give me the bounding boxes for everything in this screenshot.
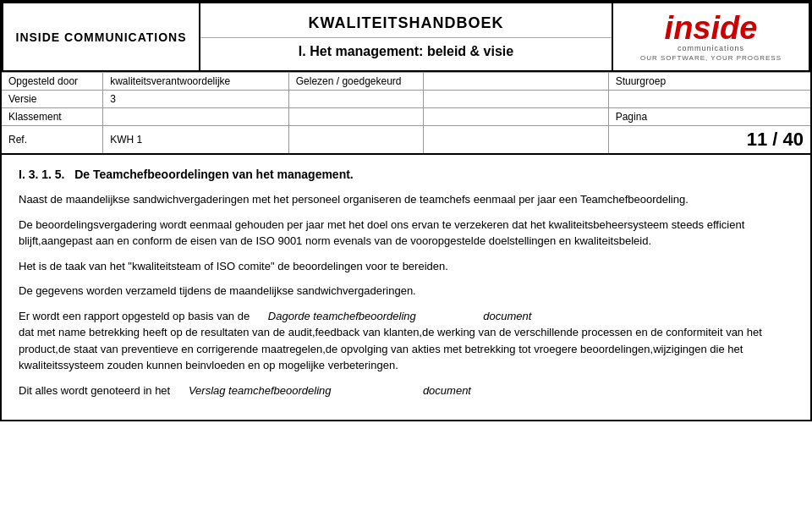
- meta-versie-label: Versie: [8, 93, 36, 105]
- meta-klassement-label: Klassement: [8, 111, 62, 123]
- section-heading: I. 3. 1. 5. De Teamchefbeoordelingen van…: [19, 168, 793, 181]
- paragraph-6-italic2: document: [423, 384, 471, 397]
- paragraph-5-pre: Er wordt een rapport opgesteld op basis …: [19, 310, 250, 322]
- paragraph-6: Dit alles wordt genoteerd in het Verslag…: [19, 382, 793, 399]
- paragraph-6-pre: Dit alles wordt genoteerd in het: [19, 384, 170, 397]
- meta-opgesteld-label: Opgesteld door: [8, 75, 78, 87]
- meta-pagina-label: Pagina: [616, 111, 647, 123]
- paragraph-5-italic2: document: [483, 310, 531, 322]
- meta-opgesteld-value: kwaliteitsverantwoordelijke: [110, 75, 230, 87]
- logo-secondary: communications: [678, 44, 744, 52]
- paragraph-2: De beoordelingsvergadering wordt eenmaal…: [19, 217, 793, 250]
- paragraph-4: De gegevens worden verzameld tijdens de …: [19, 283, 793, 300]
- logo-area: inside communications OUR SOFTWARE, YOUR…: [622, 12, 800, 62]
- header-table: INSIDE COMMUNICATIONS KWALITEITSHANDBOEK…: [2, 2, 810, 72]
- meta-versie-value: 3: [110, 93, 116, 105]
- paragraph-3: Het is de taak van het "kwaliteitsteam o…: [19, 258, 793, 275]
- content-area: I. 3. 1. 5. De Teamchefbeoordelingen van…: [2, 155, 810, 420]
- paragraph-5: Er wordt een rapport opgesteld op basis …: [19, 308, 793, 374]
- meta-pagina-num: 11 / 40: [747, 129, 804, 150]
- page-title: KWALITEITSHANDBOEK: [309, 14, 504, 31]
- page-subtitle: I. Het management: beleid & visie: [299, 44, 513, 58]
- paragraph-5-post: dat met name betrekking heeft op de resu…: [19, 326, 762, 371]
- section-id: I. 3. 1. 5.: [19, 168, 64, 181]
- logo-main: inside: [665, 10, 758, 46]
- section-title: De Teamchefbeoordelingen van het managem…: [74, 168, 354, 181]
- meta-table: Opgesteld door kwaliteitsverantwoordelij…: [2, 72, 810, 155]
- paragraph-6-italic: Verslag teamchefbeoordeling: [189, 384, 332, 397]
- company-name: INSIDE COMMUNICATIONS: [16, 30, 187, 44]
- paragraph-1: Naast de maandelijkse sandwichvergaderin…: [19, 191, 793, 208]
- paragraph-5-italic: Dagorde teamchefbeoordeling: [268, 310, 416, 322]
- meta-stuurgroep-label: Stuurgroep: [616, 75, 666, 87]
- page: INSIDE COMMUNICATIONS KWALITEITSHANDBOEK…: [0, 0, 812, 421]
- meta-gelezen-label: Gelezen / goedgekeurd: [296, 75, 402, 87]
- meta-ref-value: KWH 1: [110, 134, 142, 146]
- meta-ref-label: Ref.: [8, 134, 27, 146]
- logo-tagline: OUR SOFTWARE, YOUR PROGRESS: [640, 54, 782, 62]
